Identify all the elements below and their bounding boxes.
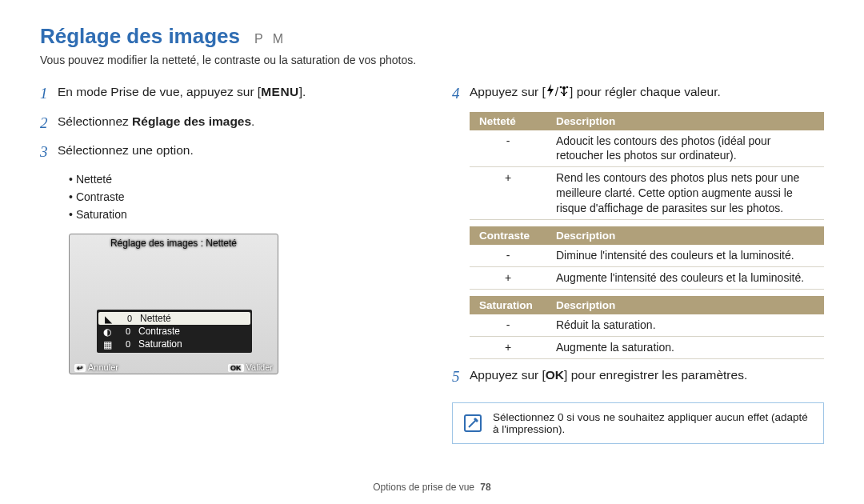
note-box: Sélectionnez 0 si vous ne souhaitez appl… — [452, 402, 824, 444]
page-subtitle: Vous pouvez modifier la netteté, le cont… — [40, 54, 824, 66]
step-number: 1 — [40, 82, 58, 106]
lcd-ok: OKValider — [228, 362, 273, 372]
left-column: 1 En mode Prise de vue, appuyez sur [MEN… — [40, 82, 412, 444]
note-text: Sélectionnez 0 si vous ne souhaitez appl… — [493, 411, 812, 435]
ok-key: OK — [546, 368, 564, 382]
svg-point-0 — [562, 86, 566, 90]
step-3-text: Sélectionnez une option. — [58, 141, 412, 164]
list-item: •Contraste — [69, 188, 412, 206]
list-item: •Netteté — [69, 170, 412, 188]
table-row: +Augmente l'intensité des couleurs et la… — [470, 266, 824, 289]
lcd-preview: Réglage des images : Netteté ◣ 0 Netteté… — [69, 234, 278, 374]
lcd-row-saturation: ▦ 0 Saturation — [97, 338, 252, 350]
step-number: 5 — [452, 366, 470, 389]
menu-key: MENU — [261, 85, 299, 98]
step-1-text: En mode Prise de vue, appuyez sur [MENU]… — [58, 82, 412, 106]
table-row: +Rend les contours des photos plus nets … — [470, 167, 824, 220]
right-column: 4 Appuyez sur [ / ] pour régler chaque v… — [452, 82, 824, 444]
saturation-icon: ▦ — [103, 339, 114, 349]
step-5-text: Appuyez sur [OK] pour enregistrer les pa… — [470, 366, 824, 389]
flash-icon — [546, 83, 555, 102]
sharpness-icon: ◣ — [105, 314, 116, 323]
svg-point-1 — [560, 86, 562, 89]
step-2-text: Sélectionnez Réglage des images. — [58, 112, 412, 135]
mode-indicator: P M — [254, 32, 286, 46]
lcd-row-nettete: ◣ 0 Netteté — [98, 312, 250, 325]
lcd-menu: ◣ 0 Netteté ◐ 0 Contraste ▦ 0 Satura — [97, 310, 252, 353]
list-item: •Saturation — [69, 206, 412, 223]
note-icon — [464, 414, 482, 432]
table-row: +Augmente la saturation. — [470, 336, 824, 358]
table-nettete: NettetéDescription -Adoucit les contours… — [470, 112, 824, 220]
table-row: -Réduit la saturation. — [470, 314, 824, 336]
ok-key-icon: OK — [228, 364, 244, 372]
contrast-icon: ◐ — [103, 326, 114, 336]
svg-point-2 — [566, 86, 569, 89]
page-title: Réglage des images — [40, 24, 240, 49]
page-footer: Options de prise de vue 78 — [0, 482, 864, 493]
table-saturation: SaturationDescription -Réduit la saturat… — [470, 296, 824, 359]
step-number: 4 — [452, 82, 470, 106]
option-list: •Netteté •Contraste •Saturation — [69, 170, 412, 224]
lcd-cancel: ↩Annuler — [74, 362, 118, 372]
lcd-title: Réglage des images : Netteté — [70, 234, 278, 252]
table-contraste: ContrasteDescription -Diminue l'intensit… — [470, 226, 824, 290]
step-number: 2 — [40, 112, 58, 135]
back-key-icon: ↩ — [74, 364, 86, 372]
table-row: -Diminue l'intensité des couleurs et la … — [470, 245, 824, 266]
lcd-row-contraste: ◐ 0 Contraste — [97, 325, 252, 338]
step-4-text: Appuyez sur [ / ] pour régler chaque val… — [470, 82, 824, 106]
table-row: -Adoucit les contours des photos (idéal … — [470, 130, 824, 167]
macro-icon — [558, 83, 570, 102]
step-number: 3 — [40, 141, 58, 164]
